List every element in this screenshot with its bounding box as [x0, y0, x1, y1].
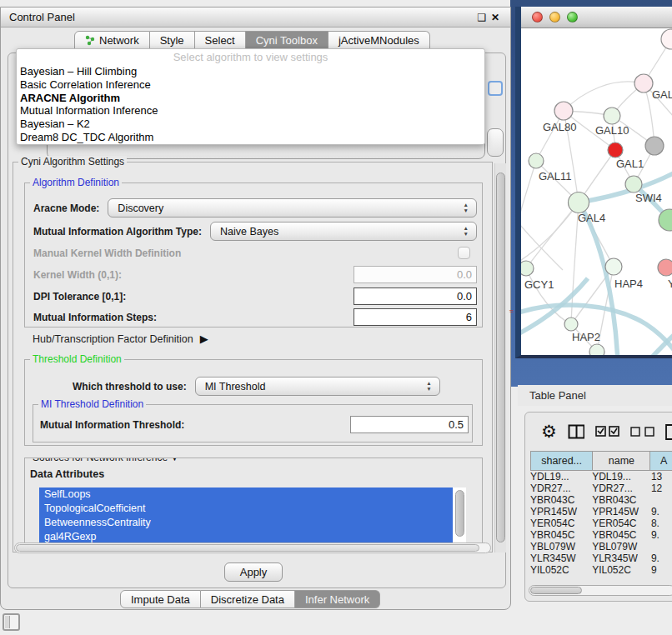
mi-steps-field[interactable]: 6 [354, 308, 477, 326]
network-edge[interactable] [521, 202, 579, 263]
network-edge[interactable] [521, 161, 536, 222]
table-row[interactable]: YBR043CYBR043C [530, 494, 672, 506]
manual-kernel-width-checkbox[interactable] [458, 247, 470, 259]
cyni-settings-group-title: Cyni Algorithm Settings [18, 156, 127, 168]
attributes-scrollbar-thumb[interactable] [455, 490, 464, 537]
network-node[interactable] [564, 318, 578, 331]
tab-jactivemnodules[interactable]: jActiveMNodules [328, 31, 430, 49]
network-edge[interactable] [564, 82, 644, 111]
hidden-combobox-edge[interactable] [487, 128, 504, 157]
tab-network[interactable]: Network [74, 31, 150, 49]
table-body[interactable]: YDL19...YDL19...13YDR27...YDR27...12YBR0… [530, 471, 672, 576]
hub-transcription-factor-section[interactable]: Hub/Transcription Factor Definition ▶ [33, 332, 208, 345]
network-node[interactable] [521, 261, 534, 276]
settings-hscroll-thumb[interactable] [16, 544, 479, 552]
tab-infer-network[interactable]: Infer Network [295, 590, 380, 608]
table-row[interactable]: YER054CYER054C8. [530, 518, 672, 529]
tab-style[interactable]: Style [150, 31, 195, 49]
apply-button[interactable]: Apply [224, 562, 283, 582]
data-attributes-label: Data Attributes [30, 468, 477, 480]
node-label-GAL10: GAL10 [595, 124, 629, 137]
deselect-all-checkboxes-icon[interactable] [630, 426, 654, 438]
network-node[interactable] [625, 176, 642, 192]
table-hscroll-thumb[interactable] [530, 587, 582, 594]
table-header-row[interactable]: shared...nameA [531, 452, 672, 471]
attribute-list-item[interactable]: BetweennessCentrality [39, 516, 453, 530]
zoom-traffic-light-icon[interactable] [567, 12, 578, 22]
algorithm-option[interactable]: ARACNE Algorithm [17, 92, 484, 105]
mi-algorithm-type-combobox[interactable]: Naive Bayes ▲▼ [210, 222, 477, 241]
table-settings-gear-icon[interactable]: ⚙ [541, 423, 557, 440]
control-panel-titlebar[interactable]: Control Panel ❑ ✕ [1, 8, 510, 28]
algorithm-option[interactable]: Mutual Information Inference [17, 104, 484, 118]
node-label-GAL4: GAL4 [578, 212, 605, 224]
table-row[interactable]: YBR045CYBR045C9. [530, 529, 672, 541]
network-node[interactable] [645, 137, 664, 155]
export-table-icon[interactable] [665, 423, 672, 440]
column-header-A[interactable]: A [650, 452, 672, 471]
mi-steps-label: Mutual Information Steps: [33, 312, 157, 323]
split-columns-icon[interactable] [568, 424, 584, 439]
algorithm-definition-title: Algorithm Definition [30, 177, 122, 188]
node-attribute-table[interactable]: shared...nameA [530, 451, 672, 471]
docked-panel-icon[interactable] [3, 613, 20, 631]
close-traffic-light-icon[interactable] [532, 12, 543, 22]
algorithm-dropdown-items[interactable]: Bayesian – Hill ClimbingBasic Correlatio… [17, 65, 484, 144]
which-threshold-combobox[interactable]: MI Threshold ▲▼ [195, 377, 440, 396]
network-node[interactable] [529, 153, 544, 168]
network-view-window[interactable]: GALGAL80GAL10GAL1GAL11SWI4GAL4GCY1HAP4YH… [515, 7, 672, 358]
network-graph-canvas[interactable]: GALGAL80GAL10GAL1GAL11SWI4GAL4GCY1HAP4YH… [521, 28, 672, 357]
control-panel-window: Control Panel ❑ ✕ NetworkStyleSelectCyni… [0, 7, 511, 610]
table-cell: 9. [651, 529, 672, 541]
table-cell: YLR345W [530, 552, 592, 564]
column-header-shared...[interactable]: shared... [531, 452, 593, 471]
chevron-down-icon[interactable]: ▼ [170, 458, 178, 462]
data-attributes-list[interactable]: SelfLoopsTopologicalCoefficientBetweenne… [39, 488, 466, 544]
settings-horizontal-scrollbar[interactable] [14, 542, 491, 553]
attribute-list-item[interactable]: TopologicalCoefficient [39, 502, 453, 516]
table-row[interactable]: YBL079WYBL079W [530, 541, 672, 552]
algorithm-option[interactable]: Bayesian – Hill Climbing [17, 65, 484, 78]
algorithm-option[interactable]: Bayesian – K2 [17, 118, 484, 131]
network-window-titlebar[interactable] [521, 7, 672, 28]
tab-impute-data[interactable]: Impute Data [120, 590, 201, 608]
table-cell [651, 494, 672, 506]
tab-discretize-data[interactable]: Discretize Data [201, 590, 295, 608]
hidden-focused-combobox[interactable] [488, 81, 503, 96]
network-node[interactable] [554, 102, 573, 120]
network-node[interactable] [589, 344, 604, 357]
network-node[interactable] [658, 259, 672, 276]
tab-select[interactable]: Select [195, 31, 246, 49]
settings-vertical-scrollbar[interactable] [494, 163, 506, 552]
table-row[interactable]: YDL19...YDL19...13 [530, 471, 672, 482]
algorithm-dropdown-list[interactable]: Select algorithm to view settings Bayesi… [16, 48, 485, 145]
dpi-tolerance-field[interactable]: 0.0 [354, 288, 477, 305]
float-window-icon[interactable]: ❑ [475, 12, 489, 23]
network-node[interactable] [608, 142, 623, 158]
column-header-name[interactable]: name [593, 452, 650, 471]
minimize-traffic-light-icon[interactable] [549, 12, 560, 22]
table-row[interactable]: YPR145WYPR145W9. [530, 506, 672, 518]
table-rows-container[interactable]: YDL19...YDL19...13YDR27...YDR27...12YBR0… [525, 471, 672, 585]
table-row[interactable]: YIL052CYIL052C9 [530, 564, 672, 576]
network-node[interactable] [605, 258, 622, 275]
attributes-list-scrollbar[interactable] [454, 488, 466, 544]
select-all-checkboxes-icon[interactable] [595, 426, 619, 438]
table-row[interactable]: YDR27...YDR27...12 [530, 482, 672, 494]
mutual-information-threshold-field[interactable]: 0.5 [350, 416, 469, 433]
algorithm-option[interactable]: Dream8 DC_TDC Algorithm [17, 131, 484, 144]
network-node[interactable] [661, 29, 672, 49]
table-row[interactable]: YLR345WYLR345W9. [530, 552, 672, 564]
chevron-right-icon[interactable]: ▶ [200, 332, 208, 345]
cyni-bottom-tabs: Impute DataDiscretize DataInfer Network [120, 590, 380, 608]
network-node[interactable] [634, 74, 653, 92]
aracne-mode-combobox[interactable]: Discovery ▲▼ [108, 198, 477, 218]
tab-cyni-toolbox[interactable]: Cyni Toolbox [246, 31, 328, 49]
algorithm-option[interactable]: Basic Correlation Inference [17, 78, 484, 92]
settings-vscroll-thumb[interactable] [496, 172, 505, 542]
attribute-list-item[interactable]: SelfLoops [39, 488, 453, 502]
network-node[interactable] [604, 108, 620, 124]
network-node[interactable] [569, 192, 589, 213]
close-icon[interactable]: ✕ [489, 12, 502, 23]
table-horizontal-scrollbar[interactable] [529, 585, 672, 596]
